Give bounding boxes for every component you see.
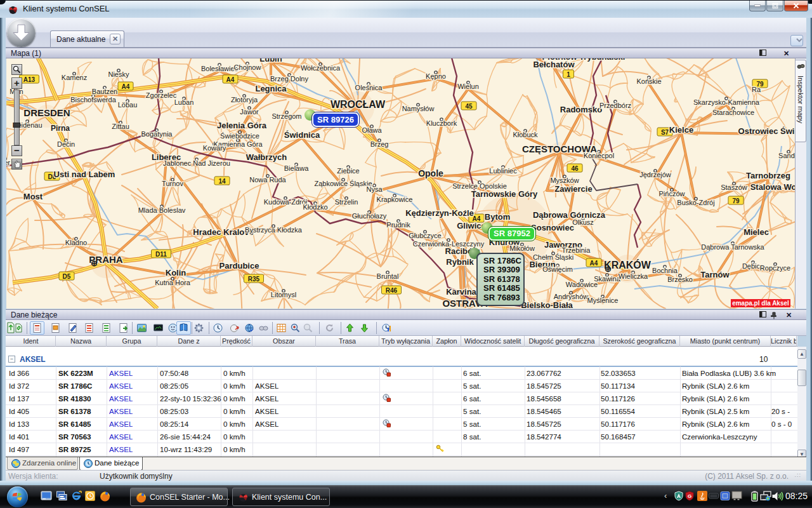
svg-text:Ra: Ra <box>752 86 761 93</box>
svg-text:Pardubice: Pardubice <box>219 261 259 271</box>
svg-text:Kędzierzyn-Koźle: Kędzierzyn-Koźle <box>405 208 474 218</box>
svg-text:Skarzysko-Kamienna: Skarzysko-Kamienna <box>693 98 760 106</box>
svg-text:Ząbkowice Śląskie: Ząbkowice Śląskie <box>314 180 372 187</box>
svg-text:Dečin: Dečin <box>57 140 75 148</box>
svg-text:WROCŁAW: WROCŁAW <box>331 99 386 110</box>
svg-text:Kolin: Kolin <box>166 268 187 277</box>
svg-text:Zawiercie: Zawiercie <box>554 184 592 194</box>
svg-text:14: 14 <box>218 178 226 185</box>
svg-text:Strzelin: Strzelin <box>335 198 358 206</box>
svg-text:Bautzen: Bautzen <box>92 88 117 95</box>
svg-text:Dąbrowa Tarnowska: Dąbrowa Tarnowska <box>701 243 764 251</box>
svg-text:Karvina: Karvina <box>446 287 476 297</box>
svg-text:Niesky: Niesky <box>108 70 129 78</box>
svg-text:Kluczbork: Kluczbork <box>426 119 457 127</box>
svg-text:Chełm Śląski: Chełm Śląski <box>533 253 573 261</box>
svg-text:Zgorzelec: Zgorzelec <box>146 91 177 99</box>
svg-text:Jędrzejów: Jędrzejów <box>639 171 671 178</box>
svg-text:45: 45 <box>465 103 473 110</box>
svg-text:Stalowa Wo: Stalowa Wo <box>750 182 795 192</box>
svg-text:Oleśnica: Oleśnica <box>355 84 383 91</box>
svg-text:Lubliniec: Lubliniec <box>489 167 517 175</box>
svg-text:A13: A13 <box>23 76 36 83</box>
svg-text:Bolesławiec: Bolesławiec <box>201 65 239 72</box>
svg-text:Ziebice: Ziebice <box>337 167 359 175</box>
svg-text:R46: R46 <box>386 287 398 294</box>
svg-text:Lubin: Lubin <box>259 58 282 64</box>
svg-text:Kudowa-Zdrój: Kudowa-Zdrój <box>264 198 307 206</box>
svg-text:Oświęcim: Oświęcim <box>542 265 573 273</box>
svg-text:Mielec: Mielec <box>743 227 769 237</box>
svg-text:Dąbrowa Górnicza: Dąbrowa Górnicza <box>533 210 606 220</box>
svg-text:Most: Most <box>23 192 43 201</box>
svg-text:Świebodzice: Świebodzice <box>220 132 259 140</box>
svg-text:Mikołów: Mikołów <box>509 244 535 252</box>
svg-text:Pińczów: Pińczów <box>659 190 685 197</box>
svg-text:Nysa: Nysa <box>366 185 383 193</box>
svg-text:Oława: Oława <box>362 126 382 134</box>
svg-text:Sosnowiec: Sosnowiec <box>531 223 574 232</box>
svg-text:Bochnia: Bochnia <box>652 267 678 274</box>
svg-text:Myślenice: Myślenice <box>587 297 619 304</box>
svg-text:Prudnik: Prudnik <box>386 221 410 229</box>
svg-text:A4: A4 <box>122 83 130 90</box>
svg-text:Głubczyce: Głubczyce <box>409 232 441 239</box>
svg-text:Usti nad Labem: Usti nad Labem <box>54 170 115 179</box>
svg-text:ber: ber <box>6 159 10 166</box>
svg-text:S7: S7 <box>661 129 669 136</box>
svg-text:Namysłów: Namysłów <box>402 105 435 112</box>
svg-text:Tarnobrzeg: Tarnobrzeg <box>746 171 790 180</box>
svg-text:A4: A4 <box>590 260 598 267</box>
svg-text:Litomysl: Litomysl <box>271 291 296 298</box>
svg-text:Strzegom: Strzegom <box>272 112 301 120</box>
svg-text:46: 46 <box>571 165 579 172</box>
svg-text:DRESDEN: DRESDEN <box>23 107 70 118</box>
svg-text:Rybnik: Rybnik <box>446 257 474 267</box>
svg-text:Brzeg: Brzeg <box>370 140 389 148</box>
svg-text:Piotrków Trybunalski: Piotrków Trybunalski <box>542 58 625 62</box>
svg-text:Pirna: Pirna <box>51 124 70 133</box>
svg-text:Kłodzko: Kłodzko <box>303 203 327 211</box>
svg-text:Olkusz: Olkusz <box>572 218 594 226</box>
svg-text:A4: A4 <box>226 76 235 83</box>
svg-text:R35: R35 <box>248 276 260 283</box>
svg-text:Kłobuck: Kłobuck <box>513 131 538 138</box>
svg-text:Bogatynia: Bogatynia <box>141 130 173 138</box>
svg-text:⊕: ⊕ <box>605 264 612 274</box>
svg-text:79: 79 <box>732 197 740 204</box>
svg-text:Kowary: Kowary <box>203 144 226 152</box>
svg-text:Kamenz: Kamenz <box>62 74 87 81</box>
svg-text:Myszków: Myszków <box>550 177 579 184</box>
svg-text:Chojnow: Chojnow <box>234 64 261 71</box>
svg-text:Bruntal: Bruntal <box>377 272 399 280</box>
svg-text:Świdnica: Świdnica <box>284 130 320 140</box>
svg-text:Sando: Sando <box>778 152 795 159</box>
svg-text:1: 1 <box>566 71 570 78</box>
svg-text:D11: D11 <box>155 251 167 258</box>
svg-text:Kladno: Kladno <box>65 239 87 246</box>
svg-text:Końskie: Końskie <box>636 77 661 85</box>
svg-text:Skawina: Skawina <box>594 275 620 283</box>
svg-text:Brzeg Dolny: Brzeg Dolny <box>270 75 308 83</box>
svg-text:Wieliczka: Wieliczka <box>619 272 648 280</box>
svg-text:Bystrzyca Kłodzka: Bystrzyca Kłodzka <box>245 226 303 234</box>
svg-text:Złotoryja: Złotoryja <box>231 96 258 104</box>
svg-text:Koniecpol: Koniecpol <box>584 152 614 159</box>
svg-text:G: G <box>688 493 691 499</box>
svg-text:Kielce: Kielce <box>669 125 693 135</box>
svg-text:Starachowice: Starachowice <box>712 109 754 116</box>
svg-text:Wałbrzych: Wałbrzych <box>246 152 287 162</box>
svg-text:Jawor: Jawor <box>240 108 259 116</box>
svg-text:Bielsko-Biała: Bielsko-Biała <box>521 300 573 309</box>
svg-text:Turnov: Turnov <box>162 180 183 187</box>
svg-text:Wielun: Wielun <box>457 83 479 90</box>
svg-text:Bytom: Bytom <box>485 212 510 222</box>
svg-text:Ropczyce: Ropczyce <box>760 264 790 272</box>
svg-text:Legnica: Legnica <box>255 84 287 93</box>
svg-text:Nowa Ruda: Nowa Ruda <box>249 176 286 184</box>
svg-text:Ostrowiec Świ: Ostrowiec Świ <box>738 126 795 136</box>
svg-text:Strzelce Opolskie: Strzelce Opolskie <box>452 182 507 190</box>
svg-text:Bielawa: Bielawa <box>284 164 309 172</box>
svg-text:Luban: Luban <box>174 98 194 106</box>
svg-text:Brzesko: Brzesko <box>667 276 693 283</box>
